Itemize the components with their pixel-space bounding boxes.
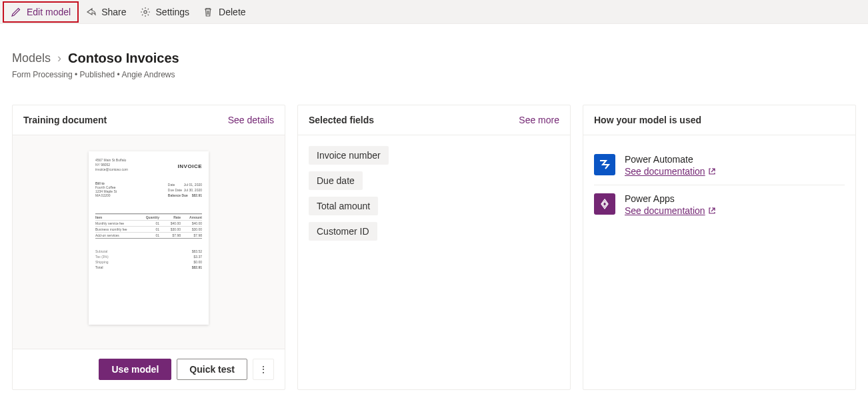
share-label: Share — [101, 7, 126, 17]
page-content: Models › Contoso Invoices Form Processin… — [0, 24, 868, 400]
power-automate-icon — [594, 154, 615, 175]
command-bar: Edit model Share Settings Delete — [0, 0, 868, 24]
field-chip: Due date — [309, 171, 363, 190]
trash-icon — [203, 7, 213, 17]
settings-button[interactable]: Settings — [133, 3, 197, 21]
edit-model-button[interactable]: Edit model — [3, 1, 79, 23]
usage-card-header: How your model is used — [583, 105, 855, 135]
more-vertical-icon: ⋮ — [259, 364, 268, 375]
selected-fields-card: Selected fields See more Invoice number … — [297, 105, 571, 390]
training-document-card: Training document See details INVOICE 45… — [12, 105, 285, 390]
model-usage-card: How your model is used Power Automate Se… — [583, 105, 856, 390]
external-link-icon — [708, 167, 716, 175]
usage-apps-title: Power Apps — [625, 193, 716, 204]
cards-row: Training document See details INVOICE 45… — [12, 105, 856, 390]
training-card-title: Training document — [23, 115, 107, 125]
apps-doc-link[interactable]: See documentation — [625, 205, 716, 216]
edit-model-label: Edit model — [27, 7, 71, 17]
model-subinfo: Form Processing • Published • Angie Andr… — [12, 70, 856, 79]
training-card-footer: Use model Quick test ⋮ — [13, 349, 285, 389]
delete-button[interactable]: Delete — [196, 3, 252, 21]
share-icon — [85, 7, 96, 17]
use-model-button[interactable]: Use model — [99, 359, 171, 380]
fields-card-title: Selected fields — [309, 115, 374, 125]
usage-item-automate: Power Automate See documentation — [594, 146, 845, 185]
breadcrumb-root[interactable]: Models — [12, 51, 51, 65]
see-details-link[interactable]: See details — [228, 115, 274, 125]
fields-card-header: Selected fields See more — [298, 105, 570, 135]
gear-icon — [140, 7, 151, 17]
share-button[interactable]: Share — [79, 3, 133, 21]
delete-label: Delete — [219, 7, 245, 17]
see-more-link[interactable]: See more — [519, 115, 559, 125]
training-card-header: Training document See details — [13, 105, 285, 135]
more-actions-button[interactable]: ⋮ — [253, 359, 274, 380]
usage-automate-title: Power Automate — [625, 154, 716, 165]
breadcrumb-current: Contoso Invoices — [68, 51, 179, 66]
quick-test-button[interactable]: Quick test — [177, 359, 247, 380]
fields-card-body: Invoice number Due date Total amount Cus… — [298, 135, 570, 389]
field-chip: Total amount — [309, 197, 378, 215]
settings-label: Settings — [156, 7, 190, 17]
power-apps-icon — [594, 193, 615, 215]
svg-point-0 — [143, 10, 146, 13]
thumb-invoice-label: INVOICE — [178, 163, 202, 169]
document-thumbnail[interactable]: INVOICE 4567 Main St Buffalo NY 98052 in… — [89, 151, 209, 325]
field-chip: Customer ID — [309, 222, 377, 241]
usage-card-title: How your model is used — [594, 115, 701, 125]
external-link-icon — [708, 207, 716, 215]
breadcrumb: Models › Contoso Invoices — [12, 51, 856, 66]
pencil-icon — [11, 7, 21, 17]
usage-card-body: Power Automate See documentation Power A… — [583, 135, 855, 389]
chevron-right-icon: › — [57, 51, 61, 65]
automate-doc-link[interactable]: See documentation — [625, 166, 716, 177]
field-chip: Invoice number — [309, 146, 389, 165]
usage-item-apps: Power Apps See documentation — [594, 185, 845, 224]
training-card-body: INVOICE 4567 Main St Buffalo NY 98052 in… — [13, 135, 285, 349]
